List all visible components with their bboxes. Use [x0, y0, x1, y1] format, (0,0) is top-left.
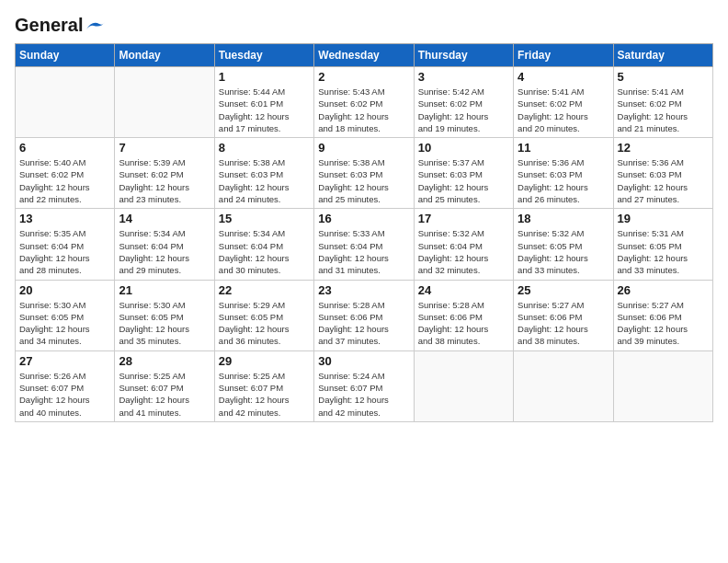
calendar-cell: 15Sunrise: 5:34 AM Sunset: 6:04 PM Dayli…	[214, 209, 313, 280]
calendar-cell: 21Sunrise: 5:30 AM Sunset: 6:05 PM Dayli…	[115, 280, 214, 350]
calendar-cell: 24Sunrise: 5:28 AM Sunset: 6:06 PM Dayli…	[414, 280, 513, 350]
day-info: Sunrise: 5:38 AM Sunset: 6:03 PM Dayligh…	[219, 156, 310, 205]
calendar-cell: 18Sunrise: 5:32 AM Sunset: 6:05 PM Dayli…	[514, 209, 613, 280]
calendar-cell: 7Sunrise: 5:39 AM Sunset: 6:02 PM Daylig…	[115, 138, 214, 209]
logo-bird-icon	[85, 18, 105, 33]
day-info: Sunrise: 5:24 AM Sunset: 6:07 PM Dayligh…	[318, 370, 409, 419]
calendar-header-row: SundayMondayTuesdayWednesdayThursdayFrid…	[16, 44, 713, 67]
calendar-week-row: 1Sunrise: 5:44 AM Sunset: 6:01 PM Daylig…	[16, 67, 713, 138]
day-info: Sunrise: 5:37 AM Sunset: 6:03 PM Dayligh…	[418, 156, 509, 205]
day-info: Sunrise: 5:31 AM Sunset: 6:05 PM Dayligh…	[618, 227, 709, 276]
day-number: 20	[19, 283, 110, 297]
day-number: 27	[19, 354, 110, 368]
calendar-cell	[414, 350, 513, 421]
day-number: 7	[119, 141, 210, 155]
calendar-cell: 20Sunrise: 5:30 AM Sunset: 6:05 PM Dayli…	[16, 280, 115, 350]
day-number: 6	[19, 141, 110, 155]
day-number: 28	[119, 354, 210, 368]
day-info: Sunrise: 5:36 AM Sunset: 6:03 PM Dayligh…	[618, 156, 709, 205]
calendar-week-row: 20Sunrise: 5:30 AM Sunset: 6:05 PM Dayli…	[16, 280, 713, 350]
day-number: 12	[618, 141, 709, 155]
day-number: 19	[618, 212, 709, 225]
calendar-cell: 16Sunrise: 5:33 AM Sunset: 6:04 PM Dayli…	[314, 209, 414, 280]
calendar-cell: 19Sunrise: 5:31 AM Sunset: 6:05 PM Dayli…	[613, 209, 712, 280]
calendar-cell	[115, 67, 214, 138]
day-number: 14	[119, 212, 210, 225]
day-number: 15	[219, 212, 310, 225]
calendar-cell: 23Sunrise: 5:28 AM Sunset: 6:06 PM Dayli…	[314, 280, 414, 350]
weekday-header: Sunday	[16, 44, 115, 67]
calendar-cell	[514, 350, 613, 421]
calendar-cell: 6Sunrise: 5:40 AM Sunset: 6:02 PM Daylig…	[16, 138, 115, 209]
day-info: Sunrise: 5:41 AM Sunset: 6:02 PM Dayligh…	[518, 86, 609, 134]
calendar-cell: 9Sunrise: 5:38 AM Sunset: 6:03 PM Daylig…	[314, 138, 414, 209]
calendar-cell: 10Sunrise: 5:37 AM Sunset: 6:03 PM Dayli…	[414, 138, 513, 209]
day-number: 1	[219, 70, 310, 84]
day-info: Sunrise: 5:26 AM Sunset: 6:07 PM Dayligh…	[19, 370, 110, 419]
day-number: 4	[518, 70, 609, 84]
day-info: Sunrise: 5:34 AM Sunset: 6:04 PM Dayligh…	[219, 227, 310, 276]
calendar-cell: 14Sunrise: 5:34 AM Sunset: 6:04 PM Dayli…	[115, 209, 214, 280]
calendar-cell: 5Sunrise: 5:41 AM Sunset: 6:02 PM Daylig…	[613, 67, 712, 138]
calendar-cell: 8Sunrise: 5:38 AM Sunset: 6:03 PM Daylig…	[214, 138, 313, 209]
day-info: Sunrise: 5:40 AM Sunset: 6:02 PM Dayligh…	[19, 156, 110, 205]
day-info: Sunrise: 5:30 AM Sunset: 6:05 PM Dayligh…	[119, 299, 210, 348]
day-number: 25	[518, 283, 609, 297]
day-number: 13	[19, 212, 110, 225]
day-info: Sunrise: 5:41 AM Sunset: 6:02 PM Dayligh…	[618, 86, 709, 134]
day-number: 10	[418, 141, 509, 155]
calendar-cell: 1Sunrise: 5:44 AM Sunset: 6:01 PM Daylig…	[214, 67, 313, 138]
day-number: 22	[219, 283, 310, 297]
day-number: 8	[219, 141, 310, 155]
day-info: Sunrise: 5:34 AM Sunset: 6:04 PM Dayligh…	[119, 227, 210, 276]
calendar-cell: 30Sunrise: 5:24 AM Sunset: 6:07 PM Dayli…	[314, 350, 414, 421]
day-number: 17	[418, 212, 509, 225]
day-number: 24	[418, 283, 509, 297]
calendar-cell	[613, 350, 712, 421]
weekday-header: Friday	[514, 44, 613, 67]
logo: General	[15, 15, 105, 36]
calendar-week-row: 13Sunrise: 5:35 AM Sunset: 6:04 PM Dayli…	[16, 209, 713, 280]
calendar-cell: 29Sunrise: 5:25 AM Sunset: 6:07 PM Dayli…	[214, 350, 313, 421]
day-info: Sunrise: 5:35 AM Sunset: 6:04 PM Dayligh…	[19, 227, 110, 276]
logo-general: General	[15, 15, 83, 36]
calendar-cell: 28Sunrise: 5:25 AM Sunset: 6:07 PM Dayli…	[115, 350, 214, 421]
day-info: Sunrise: 5:33 AM Sunset: 6:04 PM Dayligh…	[318, 227, 409, 276]
day-info: Sunrise: 5:43 AM Sunset: 6:02 PM Dayligh…	[318, 86, 409, 134]
day-number: 30	[318, 354, 409, 368]
day-number: 9	[318, 141, 409, 155]
day-info: Sunrise: 5:38 AM Sunset: 6:03 PM Dayligh…	[318, 156, 409, 205]
day-number: 23	[318, 283, 409, 297]
day-info: Sunrise: 5:36 AM Sunset: 6:03 PM Dayligh…	[518, 156, 609, 205]
day-number: 16	[318, 212, 409, 225]
calendar-cell: 27Sunrise: 5:26 AM Sunset: 6:07 PM Dayli…	[16, 350, 115, 421]
calendar: SundayMondayTuesdayWednesdayThursdayFrid…	[15, 43, 713, 422]
day-info: Sunrise: 5:25 AM Sunset: 6:07 PM Dayligh…	[219, 370, 310, 419]
day-info: Sunrise: 5:28 AM Sunset: 6:06 PM Dayligh…	[318, 299, 409, 348]
calendar-cell: 26Sunrise: 5:27 AM Sunset: 6:06 PM Dayli…	[613, 280, 712, 350]
calendar-cell: 11Sunrise: 5:36 AM Sunset: 6:03 PM Dayli…	[514, 138, 613, 209]
header: General	[15, 15, 713, 36]
weekday-header: Saturday	[613, 44, 712, 67]
calendar-cell: 13Sunrise: 5:35 AM Sunset: 6:04 PM Dayli…	[16, 209, 115, 280]
calendar-cell: 4Sunrise: 5:41 AM Sunset: 6:02 PM Daylig…	[514, 67, 613, 138]
weekday-header: Monday	[115, 44, 214, 67]
calendar-cell: 12Sunrise: 5:36 AM Sunset: 6:03 PM Dayli…	[613, 138, 712, 209]
day-info: Sunrise: 5:42 AM Sunset: 6:02 PM Dayligh…	[418, 86, 509, 134]
weekday-header: Tuesday	[214, 44, 313, 67]
day-info: Sunrise: 5:30 AM Sunset: 6:05 PM Dayligh…	[19, 299, 110, 348]
day-number: 21	[119, 283, 210, 297]
day-number: 11	[518, 141, 609, 155]
day-info: Sunrise: 5:44 AM Sunset: 6:01 PM Dayligh…	[219, 86, 310, 134]
day-number: 2	[318, 70, 409, 84]
day-info: Sunrise: 5:32 AM Sunset: 6:04 PM Dayligh…	[418, 227, 509, 276]
day-info: Sunrise: 5:25 AM Sunset: 6:07 PM Dayligh…	[119, 370, 210, 419]
calendar-week-row: 27Sunrise: 5:26 AM Sunset: 6:07 PM Dayli…	[16, 350, 713, 421]
weekday-header: Thursday	[414, 44, 513, 67]
day-info: Sunrise: 5:27 AM Sunset: 6:06 PM Dayligh…	[618, 299, 709, 348]
calendar-cell: 2Sunrise: 5:43 AM Sunset: 6:02 PM Daylig…	[314, 67, 414, 138]
day-number: 18	[518, 212, 609, 225]
day-number: 5	[618, 70, 709, 84]
weekday-header: Wednesday	[314, 44, 414, 67]
calendar-week-row: 6Sunrise: 5:40 AM Sunset: 6:02 PM Daylig…	[16, 138, 713, 209]
